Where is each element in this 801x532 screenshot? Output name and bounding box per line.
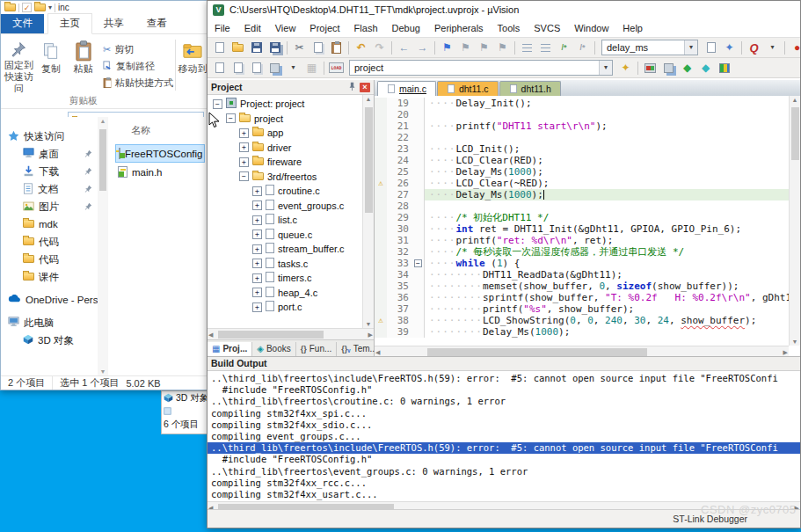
outdent-icon[interactable] [537,40,554,56]
menu-peripherals[interactable]: Peripherals [427,20,491,36]
expand-toggle-icon[interactable]: + [252,244,262,254]
scroll-down-icon[interactable]: ▼ [363,321,374,327]
dd-icon[interactable]: ▾ [285,60,302,77]
expand-toggle-icon[interactable]: − [239,171,249,181]
cut-button[interactable]: ✂剪切 [103,41,173,58]
scrollbar-thumb[interactable] [365,107,373,213]
scroll-left-icon[interactable]: ◀ [375,349,380,356]
sidebar-scrollbar[interactable]: ▲ ▼ [98,117,108,375]
panel-tab-books[interactable]: ◈Books [252,342,296,356]
scroll-down-icon[interactable]: ▼ [790,339,800,345]
menu-project[interactable]: Project [302,20,346,36]
code-line[interactable]: 20 [375,109,800,120]
move-to-button[interactable]: 移动到 [178,36,208,94]
menu-edit[interactable]: Edit [237,20,268,36]
sidebar-item[interactable]: 代码 [1,233,98,251]
expand-toggle-icon[interactable]: + [252,186,262,196]
file-item[interactable]: main.h [115,163,205,181]
tree-item[interactable]: +app [208,126,374,141]
sidebar-item[interactable]: 此电脑 [1,314,98,332]
build-output-line[interactable]: ..\third_lib\freertos\event_groups.c: 0 … [211,466,800,477]
expand-toggle-icon[interactable]: + [239,142,249,152]
code-line[interactable]: 39········Delay_Ms(1000); [375,326,800,338]
sidebar-item[interactable]: 桌面 [1,145,98,163]
record-icon[interactable]: ● [789,40,801,56]
target-select[interactable]: project▾ [349,60,613,76]
menu-svcs[interactable]: SVCS [527,20,567,36]
forward-icon[interactable]: → [414,40,431,56]
sidebar-item[interactable]: OneDrive - Perso [1,291,98,309]
close-panel-icon[interactable]: × [360,83,370,92]
fold-toggle-icon[interactable]: − [414,259,422,267]
menu-view[interactable]: View [268,20,303,36]
explorer-titlebar[interactable]: ✓ ▾ inc [1,1,208,14]
expand-toggle-icon[interactable]: + [239,157,249,167]
sidebar-item[interactable]: 下载 [1,163,98,180]
name-column-header[interactable]: 名称 [115,122,208,144]
translate-icon[interactable] [211,60,228,77]
code-line[interactable]: 28 [375,200,800,212]
sidebar-item[interactable]: 图片 [1,198,98,215]
code-line[interactable]: 22 [375,132,800,143]
expand-toggle-icon[interactable]: + [252,288,262,297]
copy-path-button[interactable]: 复制路径 [103,58,173,75]
bookmark-prev-icon[interactable]: ⚑ [457,40,474,56]
code-line[interactable]: 37········printf("%s", show_buffer); [375,303,800,315]
expand-toggle-icon[interactable]: + [239,128,249,138]
menu-help[interactable]: Help [615,20,650,36]
expand-toggle-icon[interactable]: + [252,200,262,210]
build-output-line[interactable]: #include "FreeRTOSConfig.h" [211,454,800,465]
code-line[interactable]: ⚠26····LCD_Clear(~RED); [375,178,800,189]
scroll-right-icon[interactable]: ▶ [783,349,788,356]
dropdown-icon[interactable]: ▾ [48,4,52,11]
target-options-icon[interactable] [642,60,659,77]
ribbon-tab-[interactable]: 查看 [135,14,178,33]
sidebar-item[interactable]: 快速访问 [1,128,98,145]
explorer-window-behind[interactable]: 3D 对象 6 个项目 [161,390,208,434]
batch-build-icon[interactable] [266,60,283,77]
code-line[interactable]: 21····printf("DHT11 start\r\n"); [375,120,800,132]
paste-shortcut-button[interactable]: 粘贴快捷方式 [103,75,173,91]
bookmark-clear-icon[interactable]: ⚑ [494,40,511,56]
tree-item[interactable]: +heap_4.c [208,286,374,301]
tree-item[interactable]: +list.c [208,213,374,228]
open-file-icon[interactable] [229,40,246,56]
build-output-line[interactable]: ..\third_lib\freertos\include\FreeRTOS.h… [211,373,800,384]
scrollbar-thumb[interactable] [99,129,106,191]
expand-toggle-icon[interactable]: − [226,113,236,123]
paste-button[interactable]: 粘贴 [67,36,99,94]
expand-toggle-icon[interactable]: + [252,259,262,268]
tree-item[interactable]: +fireware [208,155,374,170]
build-output-line[interactable]: compiling event_groups.c... [211,431,800,442]
scroll-up-icon[interactable]: ▲ [790,96,800,103]
code-line[interactable]: 25····Delay_Ms(1000); [375,166,800,178]
search-q-icon[interactable]: Q [746,40,762,56]
tree-item[interactable]: +driver [208,141,374,156]
code-line[interactable]: 23····LCD_Init(); [375,143,800,155]
search-combo[interactable]: delay_ms▾ [601,40,698,55]
copy-icon[interactable] [309,40,326,56]
build-output-title[interactable]: Build Output [208,357,800,371]
code-line[interactable]: 32····/* 每秒读取一次温湿度传感器，并通过串口发送 */ [375,246,800,258]
code-line[interactable]: 19····Delay_Init(); [375,98,800,109]
cut-icon[interactable]: ✂ [291,40,308,56]
code-line[interactable]: 24····LCD_Clear(RED); [375,155,800,166]
code-line[interactable]: 36········sprintf(show_buffer, "T: %0.2f… [375,292,800,303]
copy-button[interactable]: 复制 [35,36,68,94]
pin-to-quick-access-button[interactable]: 固定到 快速访问 [3,36,35,94]
editor-tab-dht11-h[interactable]: dht11.h [499,81,561,96]
file-item[interactable]: FreeRTOSConfig [115,144,205,163]
sidebar-item[interactable]: mdk [1,215,98,233]
scroll-up-icon[interactable]: ▲ [98,118,108,124]
menu-file[interactable]: File [208,20,237,36]
build-output-line[interactable]: compiling stm32f4xx_rcc.c... [211,477,800,489]
ribbon-tab-[interactable]: 共享 [92,14,135,33]
pack-installer-icon[interactable]: ◆ [679,60,695,77]
code-area[interactable]: 19····Delay_Init();2021····printf("DHT11… [375,96,800,346]
dd-icon[interactable]: ▾ [764,40,781,56]
combo-dropdown-icon[interactable]: ▾ [684,40,697,55]
combo-dropdown-icon[interactable]: ▾ [599,61,612,75]
build-output-line[interactable]: compiling stm32f4xx_spi.c... [211,408,800,419]
uncomment-icon[interactable]: /* [574,40,591,56]
uvision-titlebar[interactable]: V C:\Users\HTQ\Desktop\4.DHT11_TFT\mdk\p… [208,1,800,18]
